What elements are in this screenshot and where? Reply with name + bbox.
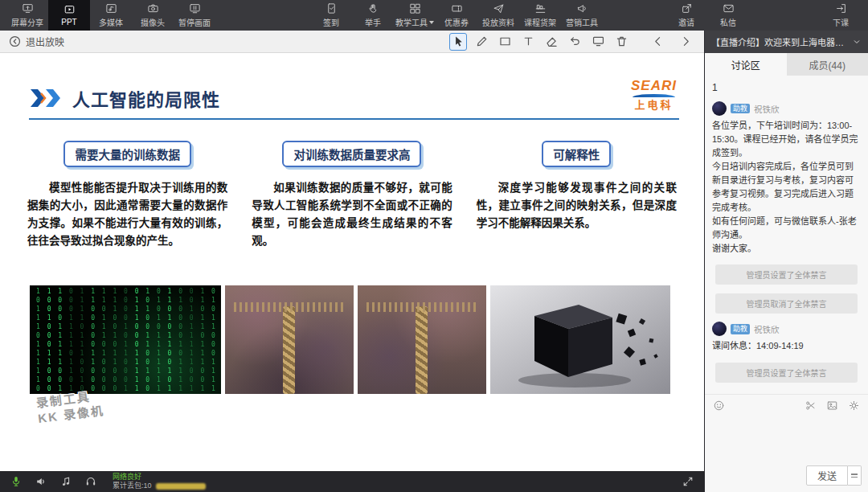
emoji-icon[interactable] <box>713 400 725 412</box>
speaker-icon[interactable] <box>35 475 47 488</box>
chat-user-row: 助教 祝铁欣 <box>712 322 861 336</box>
column-1-body: 模型性能能否提升取决于训练用的数据集的大小，因此通常需要大量的数据作为支撑。如果… <box>27 179 227 249</box>
raise-hand-button[interactable]: 举手 <box>352 0 394 31</box>
tab-members[interactable]: 成员(44) <box>787 53 868 76</box>
matrix-column: 0101100011111 <box>210 288 216 392</box>
slide-column-2: 对训练数据质量要求高 如果训练数据的质量不够好，就可能导致人工智能系统学到不全面… <box>252 141 452 249</box>
tab-discussion[interactable]: 讨论区 <box>705 53 787 76</box>
matrix-column: 0001111011011 <box>68 288 74 392</box>
raise-hand-label: 举手 <box>365 16 381 28</box>
network-quality-label: 网络良好 <box>113 473 206 482</box>
gear-icon[interactable] <box>848 400 860 412</box>
send-options-button[interactable] <box>848 465 862 486</box>
rope-image-2 <box>358 285 486 394</box>
course-shelf-label: 课程货架 <box>524 16 556 28</box>
multimedia-label: 多媒体 <box>99 16 123 28</box>
camera-icon <box>147 2 159 14</box>
live-teaching-app: 屏幕分享 PPT 多媒体 摄像头 暂停画面 签到 <box>0 0 868 492</box>
system-notice: 管理员设置了全体禁言 <box>715 264 858 285</box>
pen-tool[interactable] <box>473 33 490 51</box>
chevron-left-icon <box>652 35 665 48</box>
chat-message-list[interactable]: 1 助教 祝铁欣 各位学员，下午培训时间为：13:00-15:30。课程已经开始… <box>705 76 868 394</box>
delete-tool[interactable] <box>612 33 630 51</box>
system-notice: 管理员设置了全体禁言 <box>715 363 858 383</box>
undo-tool[interactable] <box>566 33 583 51</box>
pause-screen-button[interactable]: 暂停画面 <box>174 0 215 31</box>
avatar[interactable] <box>712 322 727 336</box>
text-tool[interactable] <box>519 33 537 51</box>
headset-icon[interactable] <box>84 475 97 488</box>
eraser-tool[interactable] <box>542 33 560 51</box>
matrix-column: 1111011100100 <box>79 288 85 392</box>
user-name: 祝铁欣 <box>754 103 780 115</box>
rope-image-1 <box>225 285 354 394</box>
scissors-icon[interactable] <box>805 400 817 412</box>
invite-icon <box>681 2 693 14</box>
matrix-column: 0010111110011 <box>188 288 194 392</box>
camera-button[interactable]: 摄像头 <box>132 0 174 31</box>
image-icon[interactable] <box>826 400 838 412</box>
clear-screen-tool[interactable] <box>589 33 607 51</box>
private-message-icon <box>723 2 735 14</box>
presentation-area: 退出放映 <box>0 31 704 492</box>
logo-subtext: 上电科 <box>631 100 677 110</box>
next-slide-button[interactable] <box>678 33 693 51</box>
marketing-tools-label: 营销工具 <box>566 16 598 28</box>
materials-button[interactable]: 投放资料 <box>477 0 519 31</box>
course-shelf-button[interactable]: 课程货架 <box>519 0 561 31</box>
end-class-icon <box>835 2 847 14</box>
screen-share-label: 屏幕分享 <box>11 16 43 28</box>
exit-presentation-button[interactable]: 退出放映 <box>8 35 64 48</box>
private-message-button[interactable]: 私信 <box>707 0 749 31</box>
header-chevron-down-icon[interactable] <box>852 37 862 47</box>
matrix-column: 1001000110000 <box>46 288 52 392</box>
cursor-tool[interactable] <box>449 33 467 51</box>
avatar[interactable] <box>712 101 727 116</box>
packet-loss-label: 累计丢包:10 <box>113 482 152 490</box>
screen-share-button[interactable]: 屏幕分享 <box>6 0 48 31</box>
chat-input-area[interactable]: 发送 <box>705 416 868 492</box>
user-name: 祝铁欣 <box>754 323 780 335</box>
sign-in-button[interactable]: 签到 <box>310 0 352 31</box>
chat-message: 1 <box>712 82 861 93</box>
matrix-column: 1101110100000 <box>100 288 107 392</box>
multimedia-button[interactable]: 多媒体 <box>90 0 132 31</box>
logo-swoosh <box>633 94 675 97</box>
fullscreen-button[interactable] <box>682 475 694 488</box>
ppt-button[interactable]: PPT <box>48 0 90 31</box>
end-class-button[interactable]: 下课 <box>820 0 862 31</box>
cube-image <box>490 285 670 394</box>
matrix-column: 1011101111101 <box>35 288 41 392</box>
network-status: 网络良好 累计丢包:10 <box>113 473 206 491</box>
private-message-label: 私信 <box>720 16 736 28</box>
chat-message: 课间休息：14:09-14:19 <box>712 339 861 353</box>
send-button[interactable]: 发送 <box>806 465 848 486</box>
recording-watermark: 录制工具 KK 录像机 <box>35 388 105 426</box>
chat-toolbar <box>705 394 868 416</box>
teaching-tools-label-row: 教学工具 <box>395 16 434 28</box>
matrix-column: 0111000111110 <box>133 288 140 392</box>
rectangle-tool[interactable] <box>496 33 514 51</box>
marketing-tools-button[interactable]: 营销工具 <box>561 0 603 31</box>
previous-slide-button[interactable] <box>651 33 665 51</box>
chevron-right-icon <box>679 35 692 48</box>
slide-canvas: 人工智能的局限性 SEARI 上电科 需要大量的训练数据 模型性能能否提升取决于… <box>0 53 704 471</box>
invite-button[interactable]: 邀请 <box>665 0 707 31</box>
assistant-badge: 助教 <box>731 104 750 114</box>
teaching-tools-icon <box>409 2 421 14</box>
toolbar-group-session: 邀请 私信 下课 <box>665 0 862 31</box>
text-icon <box>522 35 535 48</box>
eraser-icon <box>545 35 559 48</box>
microphone-icon[interactable] <box>10 475 23 488</box>
column-2-heading: 对训练数据质量要求高 <box>282 141 421 167</box>
coupon-icon <box>451 2 463 14</box>
coupon-button[interactable]: 优惠券 <box>436 0 477 31</box>
chat-sidebar: 【直播介绍】欢迎来到上海电器… 讨论区 成员(44) 1 助教 祝铁欣 各位学员… <box>704 31 868 492</box>
sign-in-icon <box>326 2 338 14</box>
toolbar-group-teaching: 签到 举手 教学工具 优惠券 投放资料 课程货架 <box>310 0 603 31</box>
ppt-label: PPT <box>61 18 76 27</box>
sidebar-tabs: 讨论区 成员(44) <box>705 53 868 76</box>
teaching-tools-button[interactable]: 教学工具 <box>394 0 436 31</box>
music-note-icon[interactable] <box>59 475 72 488</box>
sign-in-label: 签到 <box>323 16 339 28</box>
